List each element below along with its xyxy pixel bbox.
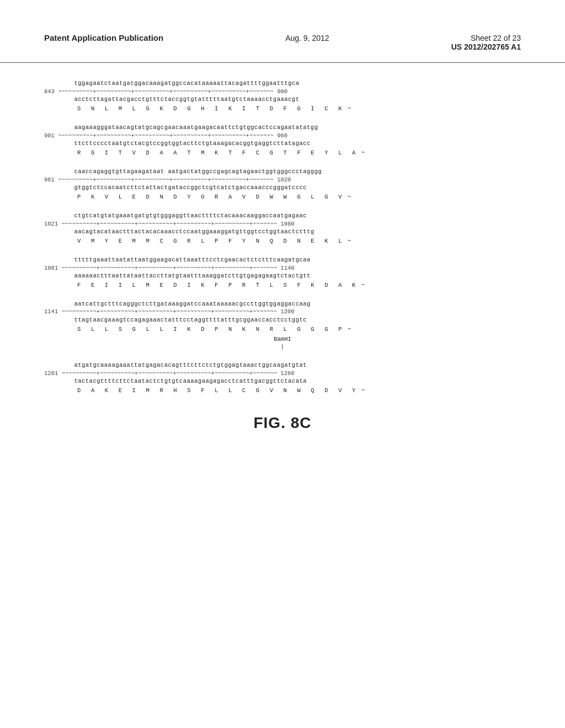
top-seq-1: tggagaatctaatgatggacaaagatggccacataaaaat… <box>44 79 521 88</box>
sequence-block-7: atgatgcaaaagaaattatgagacacagtttcttctctgt… <box>44 361 521 395</box>
publication-title: Patent Application Publication <box>44 33 163 42</box>
tick-line-3: 961 ~~~~~~~~~~+~~~~~~~~~~+~~~~~~~~~~+~~~… <box>44 176 521 184</box>
bottom-seq-4: aacagtacataactttactacacaaacctccaatggaaag… <box>44 228 521 237</box>
page-header: Patent Application Publication Aug. 9, 2… <box>0 0 565 63</box>
aa-line-5: F E I I L M E D I K F P R T L S F K D A … <box>44 281 521 290</box>
sequence-block-3: caaccagaggtgttagaagataat aatgactatggccga… <box>44 168 521 202</box>
top-seq-4: ctgtcatgtatgaaatgatgtgtgggaggttaacttttct… <box>44 212 521 221</box>
sequence-block-6: aatcattgctttcagggctcttgataaaggatccaaataa… <box>44 300 521 351</box>
sequence-block-1: tggagaatctaatgatggacaaagatggccacataaaaat… <box>44 79 521 114</box>
bamhi-label: BamHI| <box>44 335 521 351</box>
bottom-seq-3: gtggtctccacaatcttctattactgataccggctcgtca… <box>44 184 521 192</box>
patent-number: US 2012/202765 A1 <box>451 42 521 51</box>
bottom-seq-7: tactacgttttcttctaatactctgtgtcaaaagaagaga… <box>44 377 521 386</box>
publication-date: Aug. 9, 2012 <box>285 34 329 42</box>
sequence-block-2: aagaaagggataacagtatgcagcgaacaaatgaagacaa… <box>44 124 521 158</box>
top-seq-2: aagaaagggataacagtatgcagcgaacaaatgaagacaa… <box>44 124 521 132</box>
sequence-block-5: tttttgaaattaatattaatggaagacattaaatttcctc… <box>44 256 521 290</box>
aa-line-3: P K V L E D N D Y G R A V D W W G L G V … <box>44 192 521 202</box>
content-area: tggagaatctaatgatggacaaagatggccacataaaaat… <box>0 63 565 456</box>
tick-line-7: 1201 ~~~~~~~~~~+~~~~~~~~~~+~~~~~~~~~~+~~… <box>44 370 521 378</box>
aa-line-1: S N L M L G K D G H I K I T D F G I C K … <box>44 104 521 114</box>
top-seq-5: tttttgaaattaatattaatggaagacattaaatttcctc… <box>44 256 521 265</box>
top-seq-6: aatcattgctttcagggctcttgataaaggatccaaataa… <box>44 300 521 309</box>
header-right: Sheet 22 of 23 US 2012/202765 A1 <box>451 34 521 51</box>
aa-line-7: D A K E I M R H S F L L C G V N W Q D V … <box>44 386 521 395</box>
bottom-seq-5: aaaaaactttaattataattaccttatgtaatttaaagga… <box>44 272 521 281</box>
aa-line-4: V M Y E M M C G R L P F Y N Q D N E K L … <box>44 237 521 246</box>
bottom-seq-1: acctcttagattacgacctgtttctaccggtgtattttta… <box>44 95 521 104</box>
tick-line-2: 901 ~~~~~~~~~~+~~~~~~~~~~+~~~~~~~~~~+~~~… <box>44 132 521 140</box>
tick-line-1: 843 ~~~~~~~~~~+~~~~~~~~~~+~~~~~~~~~~+~~~… <box>44 88 521 96</box>
aa-line-2: R G I T V D A A T M K T F C G T F E Y L … <box>44 148 521 158</box>
tick-line-6: 1141 ~~~~~~~~~~+~~~~~~~~~~+~~~~~~~~~~+~~… <box>44 308 521 316</box>
bottom-seq-6: ttagtaacgaaagtccagagaaactatttcctaggtttta… <box>44 316 521 325</box>
tick-line-4: 1021 ~~~~~~~~~~+~~~~~~~~~~+~~~~~~~~~~+~~… <box>44 221 521 228</box>
sheet-number: Sheet 22 of 23 <box>471 34 521 42</box>
tick-line-5: 1081 ~~~~~~~~~~+~~~~~~~~~~+~~~~~~~~~~+~~… <box>44 265 521 272</box>
sequence-block-4: ctgtcatgtatgaaatgatgtgtgggaggttaacttttct… <box>44 212 521 246</box>
bottom-seq-2: ttcttcccctaatgtctacgtccggtggtacttctgtaaa… <box>44 140 521 148</box>
page: Patent Application Publication Aug. 9, 2… <box>0 0 565 728</box>
top-seq-3: caaccagaggtgttagaagataat aatgactatggccga… <box>44 168 521 176</box>
figure-caption: FIG. 8C <box>44 412 521 433</box>
aa-line-6: S L L S G L L I K D P N K N R L G G G P … <box>44 325 521 334</box>
top-seq-7: atgatgcaaaagaaattatgagacacagtttcttctctgt… <box>44 361 521 370</box>
